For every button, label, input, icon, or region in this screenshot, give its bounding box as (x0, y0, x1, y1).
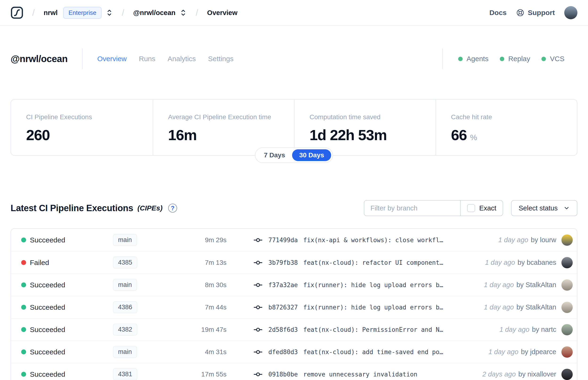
exact-label[interactable]: Exact (479, 204, 496, 212)
chevron-up-down-icon (180, 9, 187, 17)
branch-cell: 4385 (113, 257, 172, 268)
commit-hash: 3b79fb38 (268, 259, 298, 266)
nx-cloud-logo[interactable] (11, 6, 23, 19)
avatar (561, 346, 573, 358)
status-label: Failed (30, 259, 49, 267)
status-vcs[interactable]: VCS (541, 55, 565, 63)
status-select-label: Select status (519, 204, 558, 212)
enterprise-badge: Enterprise (63, 7, 102, 19)
top-navbar: / nrwl Enterprise / @nrwl/ocean / Overvi… (0, 0, 588, 26)
branch-badge: 4382 (113, 323, 137, 336)
status-dot-icon (21, 349, 26, 354)
branch-filter-input[interactable] (364, 201, 460, 216)
table-row[interactable]: Failed 4385 7m 13s 3b79fb38 feat(nx-clou… (11, 251, 577, 273)
org-switcher-button[interactable] (106, 9, 113, 17)
range-7-days-button[interactable]: 7 Days (257, 149, 292, 161)
duration: 17m 55s (172, 371, 227, 378)
stat-label: Average CI Pipeline Execution time (168, 113, 289, 121)
section-title-suffix: (CIPEs) (137, 204, 163, 212)
time-ago: 2 days ago (482, 370, 516, 378)
git-commit-icon (253, 369, 263, 379)
table-row[interactable]: Succeeded 4386 7m 44s b8726327 fix(runne… (11, 296, 577, 318)
duration: 8m 30s (172, 281, 227, 289)
table-row[interactable]: Succeeded main 9m 29s 771499da fix(nx-ap… (11, 229, 577, 251)
meta-cell: 1 day ago by StalkAltan (484, 281, 556, 289)
status-dot-icon (21, 283, 26, 287)
stat-value: 1d 22h 53m (309, 127, 431, 143)
status-dot-icon (21, 237, 26, 243)
avatar (561, 369, 573, 380)
duration: 4m 31s (172, 348, 227, 356)
status-replay[interactable]: Replay (500, 55, 530, 63)
commit-message: fix(runner): hide log upload errors b… (303, 282, 443, 288)
tab-analytics[interactable]: Analytics (168, 55, 196, 63)
table-row[interactable]: Succeeded 4382 19m 47s 2d58f6d3 feat(nx-… (11, 318, 577, 341)
git-commit-icon (253, 280, 263, 290)
workspace-tabs: Overview Runs Analytics Settings (97, 55, 234, 63)
avatar (561, 257, 573, 268)
breadcrumb-separator: / (32, 8, 35, 18)
breadcrumb-page: Overview (207, 9, 238, 17)
commit-cell: 771499da fix(nx-api & workflows): close … (227, 235, 493, 245)
branch-badge: 4381 (113, 368, 137, 380)
meta-cell: 1 day ago by lourw (498, 236, 556, 244)
tab-overview[interactable]: Overview (97, 55, 127, 63)
branch-cell: 4382 (113, 323, 172, 336)
time-ago: 1 day ago (489, 348, 518, 356)
page-title: @nrwl/ocean (11, 54, 68, 64)
breadcrumb-separator: / (196, 8, 198, 18)
table-row[interactable]: Succeeded 4381 17m 55s 0918b0be remove u… (11, 363, 577, 380)
workspace-switcher-button[interactable] (180, 9, 187, 17)
table-row[interactable]: Succeeded main 4m 31s dfed80d3 feat(nx-c… (11, 341, 577, 363)
git-commit-icon (253, 325, 263, 335)
avatar (561, 279, 573, 291)
branch-badge: main (113, 279, 137, 291)
time-ago: 1 day ago (485, 259, 515, 266)
commit-message: remove unnecessary invalidation (303, 371, 417, 378)
git-commit-icon (253, 303, 263, 312)
status-dot-icon (21, 372, 26, 377)
git-commit-icon (253, 347, 263, 357)
cipe-filters: Exact Select status (364, 200, 577, 216)
divider (82, 48, 83, 69)
branch-cell: 4386 (113, 301, 172, 313)
time-ago: 1 day ago (499, 326, 529, 333)
section-title: Latest CI Pipeline Executions (11, 203, 133, 213)
commit-cell: b8726327 fix(runner): hide log upload er… (227, 303, 478, 312)
status-cell: Failed (21, 259, 113, 267)
range-30-days-button[interactable]: 30 Days (292, 149, 331, 161)
status-label: Succeeded (30, 303, 65, 311)
status-label: Replay (508, 55, 530, 63)
status-agents[interactable]: Agents (458, 55, 489, 63)
tab-runs[interactable]: Runs (139, 55, 155, 63)
status-select-button[interactable]: Select status (511, 200, 577, 216)
duration: 7m 13s (172, 259, 227, 266)
branch-cell: main (113, 346, 172, 358)
status-cell: Succeeded (21, 236, 113, 244)
status-label: Succeeded (30, 236, 65, 244)
status-dot-icon (21, 327, 26, 332)
tab-settings[interactable]: Settings (208, 55, 234, 63)
help-icon[interactable]: ? (168, 204, 177, 212)
status-dot-icon (21, 305, 26, 310)
branch-cell: main (113, 279, 172, 291)
table-row[interactable]: Succeeded main 8m 30s f37a32ae fix(runne… (11, 273, 577, 296)
meta-cell: 1 day ago by StalkAltan (484, 303, 556, 311)
stat-label: CI Pipeline Executions (26, 113, 148, 121)
exact-toggle: Exact (460, 201, 503, 216)
exact-checkbox[interactable] (467, 204, 475, 212)
commit-cell: f37a32ae fix(runner): hide log upload er… (227, 280, 478, 290)
user-avatar[interactable] (564, 6, 577, 19)
nx-cloud-logo-icon (11, 6, 23, 19)
time-ago: 1 day ago (484, 303, 514, 311)
time-ago: 1 day ago (498, 236, 528, 244)
stat-value: 66 % (451, 127, 572, 143)
breadcrumb-workspace[interactable]: @nrwl/ocean (133, 9, 175, 17)
branch-cell: main (113, 234, 172, 246)
docs-link[interactable]: Docs (490, 9, 507, 17)
support-link[interactable]: Support (516, 8, 555, 17)
breadcrumb-org[interactable]: nrwl (44, 9, 58, 17)
integration-statuses: Agents Replay VCS (442, 48, 577, 69)
stats-cards: CI Pipeline Executions 260 Average CI Pi… (11, 99, 577, 156)
branch-cell: 4381 (113, 368, 172, 380)
